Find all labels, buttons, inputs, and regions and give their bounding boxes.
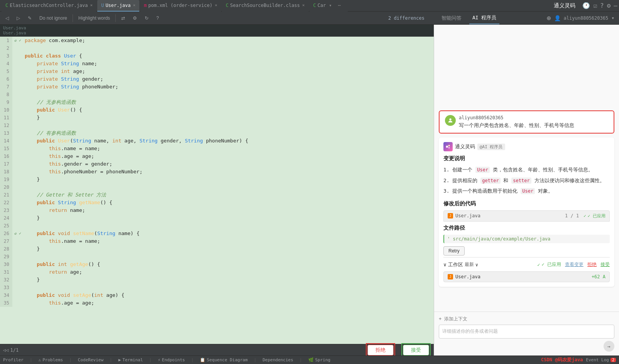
tab-search-close[interactable]: ×: [302, 3, 305, 8]
add-icon[interactable]: ⊕: [547, 14, 551, 22]
line-num-18: 18: [0, 168, 12, 176]
line-num-24: 24: [0, 214, 12, 222]
line-num-13: 13: [0, 129, 12, 137]
line-num-29: 29: [0, 253, 12, 261]
workspace-reject-link[interactable]: 拒绝: [587, 261, 597, 268]
code-line-4: 4 private String name;: [0, 60, 434, 68]
tab-ai-programmer[interactable]: AI 程序员: [469, 12, 499, 24]
accept-button[interactable]: 接受: [403, 345, 429, 356]
minimize-icon[interactable]: —: [614, 2, 617, 9]
ignore-btn[interactable]: Do not ignore: [37, 15, 69, 22]
terminal-label: Terminal: [122, 357, 143, 362]
ai-input-box[interactable]: 详细描述你的任务或者问题: [439, 325, 614, 339]
settings-icon[interactable]: ⚙: [607, 2, 611, 9]
tab-pom[interactable]: m pom.xml (order-service) ×: [140, 0, 221, 12]
tab-overflow-icon[interactable]: ⋯: [335, 1, 344, 10]
profiler-label: Profiler: [3, 357, 24, 362]
tab-smart-qa[interactable]: 智能问答: [438, 12, 465, 24]
spring-label: Spring: [315, 357, 331, 362]
highlight-btn[interactable]: Highlight words: [76, 15, 112, 22]
line-arrow-5: [12, 68, 23, 75]
line-arrow-9: [12, 98, 23, 106]
code-review-item[interactable]: CodeReview: [78, 357, 103, 362]
svg-point-2: [448, 145, 450, 146]
line-content-20: [23, 183, 28, 191]
change-list: 1. 创建一个 User 类，包含姓名、年龄、性别、手机号等信息。 2. 提供相…: [443, 165, 610, 196]
line-content-29: [23, 253, 28, 261]
tab-more-icon[interactable]: ▾: [326, 1, 335, 10]
endpoints-item[interactable]: ⚡ Endpoints: [158, 357, 185, 362]
line-num-20: 20: [0, 183, 12, 191]
main-area: User.java User.java 1 ↺ ✓ package com.ex…: [0, 25, 619, 356]
user-message-name: aliyun8805620365: [459, 115, 574, 120]
terminal-item[interactable]: ▶ Terminal: [118, 357, 143, 362]
line-content-24: }: [23, 214, 40, 222]
profiler-item[interactable]: Profiler: [3, 357, 24, 362]
inline-code-user2: User: [521, 188, 535, 194]
reject-button[interactable]: 拒绝: [367, 345, 394, 356]
prev-diff-btn[interactable]: ◁: [3, 15, 11, 22]
line-arrow-21: [12, 191, 23, 199]
edit-icon[interactable]: ☑: [593, 2, 597, 9]
change-item-3: 3. 提供一个构造函数用于初始化 User 对象。: [443, 186, 610, 196]
edit-btn[interactable]: ✎: [25, 15, 34, 22]
tab-elasticsearch-close[interactable]: ×: [90, 3, 93, 8]
expand-icon[interactable]: ∨: [443, 262, 446, 267]
diff-count: 2 differences: [388, 15, 431, 21]
line-num-16: 16: [0, 152, 12, 160]
user-icon: 👤: [554, 15, 561, 21]
code-line-33: 33: [0, 284, 434, 291]
status-sep4: |: [149, 357, 152, 362]
svg-point-1: [446, 146, 448, 147]
tab-search[interactable]: C SearchSourceBuilder.class ×: [222, 0, 308, 12]
code-line-1: 1 ↺ ✓ package com.example;: [0, 37, 434, 44]
line-num-23: 23: [0, 207, 12, 214]
user-message-body: aliyun8805620365 写一个用户类包含姓名、年龄、性别、手机号等信息: [459, 115, 574, 129]
ai-response: 通义灵码 @AI 程序员 变更说明 1. 创建一个 User 类，包含姓名、年龄…: [439, 137, 614, 287]
line-num-26: 26: [0, 230, 12, 237]
swap-btn[interactable]: ⇄: [119, 15, 127, 22]
spring-icon: 🌿: [308, 357, 314, 362]
refresh-btn[interactable]: ↻: [142, 15, 151, 22]
tab-elasticsearch[interactable]: C ElasticsearchController.java ×: [2, 0, 96, 12]
settings-btn[interactable]: ⚙: [130, 15, 139, 22]
line-arrow-26: ↺ ✓: [12, 230, 23, 237]
event-log-item[interactable]: Event Log 2: [586, 357, 616, 362]
java-file-icon: J: [448, 213, 453, 218]
line-arrow-20: [12, 183, 23, 191]
question-btn[interactable]: ?: [154, 15, 161, 22]
tab-user[interactable]: U User.java ×: [97, 0, 139, 12]
code-area[interactable]: 1 ↺ ✓ package com.example; 2 3 public cl…: [0, 37, 434, 344]
line-content-26: public void setName(String name) {: [23, 230, 139, 237]
status-sep6: |: [254, 357, 257, 362]
tab-pom-close[interactable]: ×: [215, 3, 217, 8]
tab-bar: C ElasticsearchController.java × U User.…: [0, 0, 619, 12]
user-dropdown-icon[interactable]: ▾: [611, 15, 614, 21]
history-icon[interactable]: 🕐: [582, 2, 590, 9]
endpoints-label: Endpoints: [162, 357, 185, 362]
retry-button[interactable]: Retry: [443, 246, 465, 256]
line-arrow-32: [12, 276, 23, 284]
tab-user-close[interactable]: ×: [133, 3, 135, 8]
sequence-diagram-item[interactable]: 📋 Sequence Diagram: [200, 357, 248, 362]
tab-car[interactable]: C Car ▾ ⋯: [310, 0, 348, 12]
workspace-accept-link[interactable]: 接受: [600, 261, 610, 268]
workspace-dropdown-icon[interactable]: ∨: [475, 262, 478, 267]
line-content-14: public User(String name, int age, String…: [23, 137, 248, 145]
line-arrow-14: [12, 137, 23, 145]
code-line-25: 25: [0, 222, 434, 230]
problems-item[interactable]: ⚠ Problems: [39, 357, 63, 362]
prev-page-icon[interactable]: ◁◁: [3, 347, 8, 353]
dependencies-item[interactable]: Dependencies: [262, 357, 293, 362]
code-line-32: 32 }: [0, 276, 434, 284]
add-context-link[interactable]: + 添加上下文: [439, 316, 614, 322]
next-diff-btn[interactable]: ▷: [14, 15, 22, 22]
spring-item[interactable]: 🌿 Spring: [308, 357, 331, 362]
send-button[interactable]: →: [604, 341, 614, 352]
help-icon[interactable]: ?: [600, 2, 604, 9]
input-bottom-row: →: [439, 341, 614, 352]
page-info: 1/1: [10, 347, 19, 353]
line-content-35: this.age = age;: [23, 299, 94, 307]
view-changes-link[interactable]: 查看变更: [565, 261, 583, 268]
ws-diff-label: +62 A: [592, 274, 605, 279]
